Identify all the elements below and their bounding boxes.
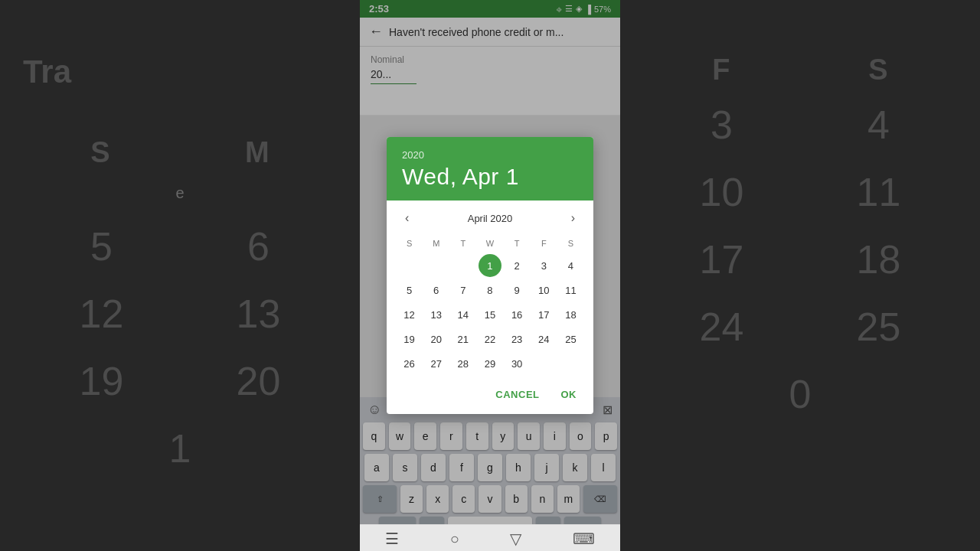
bg-right-s: S (868, 54, 887, 86)
cal-day-empty (532, 352, 555, 375)
cal-day-18[interactable]: 18 (559, 303, 582, 326)
bg-r-3: 3 (710, 102, 733, 148)
phone-container: 2:53 ⎆ ☰ ◈ ▐ 57% ← Haven't received phon… (360, 0, 620, 551)
cal-day-11[interactable]: 11 (559, 279, 582, 302)
cal-day-19[interactable]: 19 (398, 328, 421, 350)
ok-button[interactable]: OK (554, 384, 585, 405)
cal-day-26[interactable]: 26 (398, 352, 421, 375)
cal-day-empty (452, 254, 475, 277)
keyboard-nav-icon[interactable]: ⌨ (573, 530, 595, 548)
weekday-wed: W (476, 236, 503, 251)
weekday-fri: F (531, 236, 557, 251)
bg-right-f: F (712, 54, 730, 86)
bg-day-s: S (90, 136, 109, 169)
bg-num-12: 12 (80, 291, 124, 337)
recents-nav-icon[interactable]: ▽ (510, 530, 521, 548)
weekday-sat: S (557, 236, 584, 251)
nav-bar: ☰ ○ ▽ ⌨ (360, 524, 620, 551)
cal-day-3[interactable]: 3 (532, 254, 555, 277)
bg-num-13: 13 (237, 291, 281, 337)
cal-day-21[interactable]: 21 (452, 328, 475, 350)
cal-day-5[interactable]: 5 (398, 279, 421, 302)
dialog-header: 2020 Wed, Apr 1 (387, 137, 593, 201)
cal-day-17[interactable]: 17 (532, 303, 555, 326)
bg-r-11: 11 (857, 169, 901, 215)
bg-num-1: 1 (169, 425, 191, 471)
cal-day-6[interactable]: 6 (425, 279, 448, 302)
bg-num-19: 19 (80, 358, 124, 404)
bg-num-5: 5 (90, 223, 113, 269)
cal-day-23[interactable]: 23 (505, 328, 528, 350)
weekday-mon: M (423, 236, 449, 251)
cal-day-16[interactable]: 16 (505, 303, 528, 326)
cal-day-empty (425, 254, 448, 277)
cal-day-12[interactable]: 12 (398, 303, 421, 326)
weekday-thu: T (504, 236, 531, 251)
month-label: April 2020 (468, 213, 513, 224)
dialog-actions: CANCEL OK (387, 378, 593, 414)
dialog-year: 2020 (402, 149, 578, 161)
cal-day-1[interactable]: 1 (479, 254, 501, 277)
bg-r-17: 17 (700, 236, 744, 282)
bg-r-25: 25 (857, 304, 901, 350)
weekday-sun: S (396, 236, 423, 251)
calendar-days: 1234567891011121314151617181920212223242… (396, 254, 584, 375)
calendar-nav: ‹ April 2020 › (396, 208, 584, 228)
bg-r-0: 0 (789, 371, 812, 417)
cancel-button[interactable]: CANCEL (488, 384, 547, 405)
cal-day-27[interactable]: 27 (425, 352, 448, 375)
back-nav-icon[interactable]: ☰ (385, 530, 399, 548)
background-right: F S 3 4 10 11 17 18 24 25 0 (620, 0, 980, 551)
cal-day-8[interactable]: 8 (479, 279, 501, 302)
cal-day-29[interactable]: 29 (479, 352, 501, 375)
weekday-tue: T (449, 236, 476, 251)
bg-r-4: 4 (867, 102, 890, 148)
bg-num-6: 6 (247, 223, 270, 269)
calendar-body: ‹ April 2020 › S M T W T F S 1234567 (387, 201, 593, 378)
cal-day-14[interactable]: 14 (452, 303, 475, 326)
cal-day-15[interactable]: 15 (479, 303, 501, 326)
dialog-date: Wed, Apr 1 (402, 164, 578, 190)
dialog-overlay: 2020 Wed, Apr 1 ‹ April 2020 › S M T W (360, 0, 620, 551)
calendar-weekdays: S M T W T F S (396, 236, 584, 251)
cal-day-24[interactable]: 24 (532, 328, 555, 350)
bg-left-title: Tra (15, 15, 345, 98)
bg-input: e (175, 184, 184, 202)
bg-num-20: 20 (237, 358, 281, 404)
prev-month-button[interactable]: ‹ (399, 208, 415, 228)
cal-day-4[interactable]: 4 (559, 254, 582, 277)
cal-day-20[interactable]: 20 (425, 328, 448, 350)
cal-day-10[interactable]: 10 (532, 279, 555, 302)
background-left: Tra S M e 5 6 12 13 19 20 1 (0, 0, 360, 551)
cal-day-30[interactable]: 30 (505, 352, 528, 375)
cal-day-25[interactable]: 25 (559, 328, 582, 350)
next-month-button[interactable]: › (565, 208, 581, 228)
cal-day-22[interactable]: 22 (479, 328, 501, 350)
bg-day-m: M (245, 136, 270, 169)
cal-day-28[interactable]: 28 (452, 352, 475, 375)
date-picker-dialog: 2020 Wed, Apr 1 ‹ April 2020 › S M T W (387, 137, 593, 414)
cal-day-2[interactable]: 2 (505, 254, 528, 277)
cal-day-13[interactable]: 13 (425, 303, 448, 326)
bg-r-18: 18 (857, 236, 901, 282)
cal-day-empty (398, 254, 421, 277)
bg-r-24: 24 (700, 304, 744, 350)
cal-day-9[interactable]: 9 (505, 279, 528, 302)
cal-day-empty (559, 352, 582, 375)
bg-r-10: 10 (700, 169, 744, 215)
home-nav-icon[interactable]: ○ (450, 530, 459, 548)
cal-day-7[interactable]: 7 (452, 279, 475, 302)
